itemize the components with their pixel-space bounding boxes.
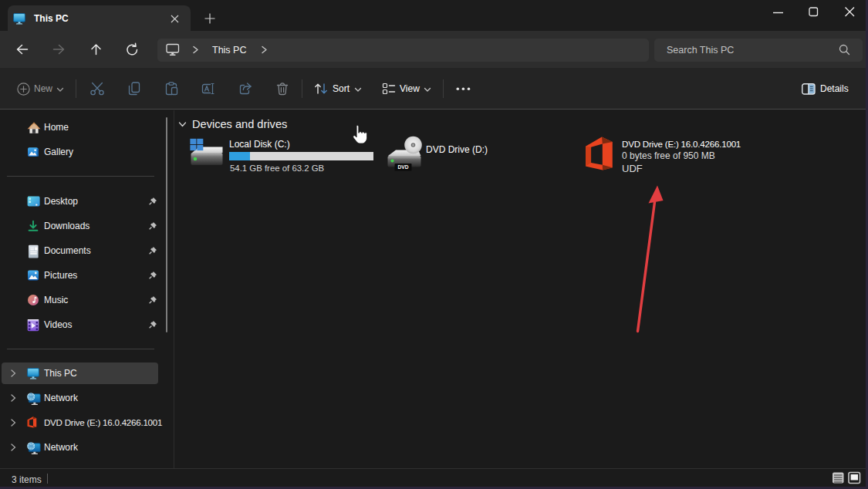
svg-text:DVD: DVD xyxy=(398,164,409,170)
